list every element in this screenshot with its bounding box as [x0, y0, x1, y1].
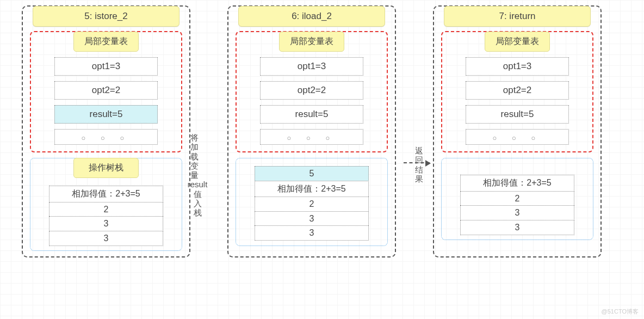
stack-row: 3 — [460, 220, 574, 235]
lvt-slot-result: result=5 — [54, 105, 158, 124]
operand-stack: 相加得值：2+3=5 2 3 3 — [441, 158, 593, 240]
arrow-step6-to-step7 — [404, 162, 430, 163]
arrow-label-mid: 将加载变量 result 值 入 栈 — [190, 133, 205, 217]
watermark: @51CTO博客 — [602, 308, 639, 316]
lvt-slot-more: ○ ○ ○ — [466, 129, 569, 145]
lvt-slot: opt2=2 — [260, 81, 363, 100]
lvt-title: 局部变量表 — [485, 32, 550, 52]
stack-row: 2 — [255, 197, 369, 212]
stack-row: 3 — [49, 216, 163, 231]
lvt-slot: opt1=3 — [466, 57, 569, 76]
stack-row: 相加得值：2+3=5 — [255, 181, 369, 198]
lvt-slots: opt1=3 opt2=2 result=5 ○ ○ ○ — [442, 57, 592, 145]
arrow-label-right: 返 回 结 果 — [412, 146, 425, 183]
lvt-slot: opt1=3 — [54, 57, 158, 76]
frame-iload_2: 6: iload_2 局部变量表 opt1=3 opt2=2 result=5 … — [227, 5, 396, 257]
lvt-slot: result=5 — [466, 105, 569, 124]
lvt-slot: opt2=2 — [466, 81, 569, 100]
lvt-slot: result=5 — [260, 105, 363, 124]
lvt-title: 局部变量表 — [73, 32, 139, 52]
stack-row-top: 5 — [255, 166, 369, 181]
stack-row: 3 — [255, 225, 369, 241]
stack-row: 2 — [460, 191, 574, 206]
lvt-slot-more: ○ ○ ○ — [54, 129, 158, 145]
lvt-slot: opt1=3 — [260, 57, 363, 76]
local-var-table: 局部变量表 opt1=3 opt2=2 result=5 ○ ○ ○ — [30, 31, 182, 152]
local-var-table: 局部变量表 opt1=3 opt2=2 result=5 ○ ○ ○ — [236, 31, 388, 152]
stack-rows: 相加得值：2+3=5 2 3 3 — [49, 186, 163, 245]
stack-row: 3 — [255, 211, 369, 226]
frame-title: 6: iload_2 — [238, 6, 385, 27]
frame-title: 7: ireturn — [444, 6, 591, 27]
operand-stack: 5 相加得值：2+3=5 2 3 3 — [236, 158, 388, 246]
stack-row: 3 — [460, 205, 574, 220]
lvt-slot-more: ○ ○ ○ — [260, 129, 363, 145]
stack-rows: 相加得值：2+3=5 2 3 3 — [460, 175, 574, 234]
lvt-slots: opt1=3 opt2=2 result=5 ○ ○ ○ — [31, 57, 181, 145]
stack-title: 操作树栈 — [73, 158, 139, 178]
lvt-slots: opt1=3 opt2=2 result=5 ○ ○ ○ — [237, 57, 387, 145]
stack-row: 相加得值：2+3=5 — [460, 175, 574, 192]
frame-ireturn: 7: ireturn 局部变量表 opt1=3 opt2=2 result=5 … — [433, 5, 602, 257]
stack-row: 相加得值：2+3=5 — [49, 186, 163, 203]
local-var-table: 局部变量表 opt1=3 opt2=2 result=5 ○ ○ ○ — [441, 31, 593, 152]
stack-rows: 5 相加得值：2+3=5 2 3 3 — [255, 166, 369, 240]
diagram-container: 5: istore_2 局部变量表 opt1=3 opt2=2 result=5… — [0, 0, 644, 263]
stack-row: 3 — [49, 231, 163, 246]
left-cutoff-label: 加 的值 esult — [0, 142, 1, 172]
operand-stack: 操作树栈 相加得值：2+3=5 2 3 3 — [30, 158, 182, 251]
stack-row: 2 — [49, 202, 163, 217]
lvt-slot: opt2=2 — [54, 81, 158, 100]
lvt-title: 局部变量表 — [279, 32, 344, 52]
frame-title: 5: istore_2 — [33, 6, 179, 27]
frame-istore_2: 5: istore_2 局部变量表 opt1=3 opt2=2 result=5… — [22, 5, 190, 257]
